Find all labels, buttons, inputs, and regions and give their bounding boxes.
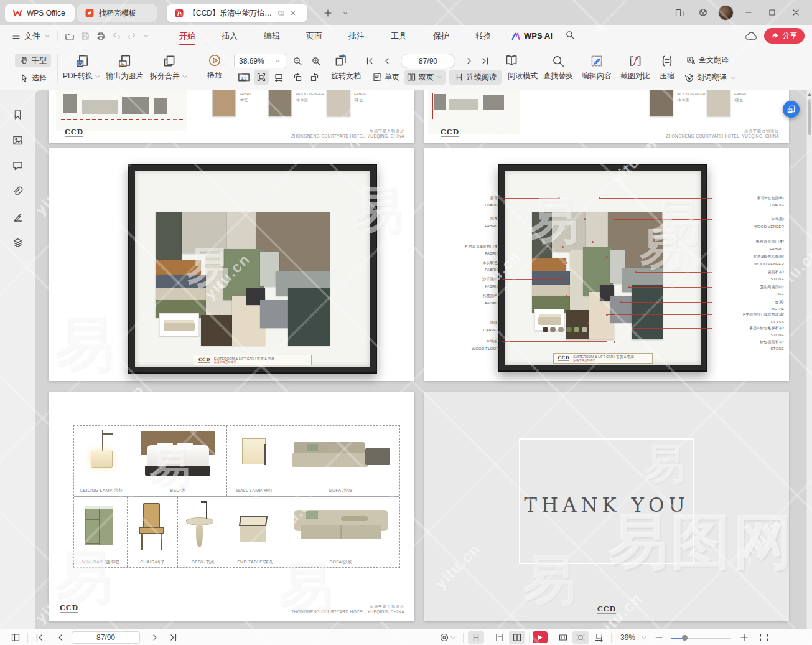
single-page-button[interactable]: 单页 bbox=[368, 70, 403, 85]
menu-item-8[interactable]: 转换 bbox=[462, 25, 505, 47]
find-replace-button[interactable]: 查找替换 bbox=[539, 54, 577, 82]
sb-prev-page-button[interactable] bbox=[52, 629, 68, 645]
tab-preview-icon[interactable] bbox=[278, 9, 285, 17]
zoom-slider-knob[interactable] bbox=[682, 635, 688, 641]
page-indicator-input[interactable]: 87/90 bbox=[401, 54, 455, 68]
first-page-button[interactable] bbox=[362, 54, 377, 68]
menu-item-7[interactable]: 保护 bbox=[420, 25, 462, 47]
wps-ai-button[interactable]: WPS AI bbox=[505, 31, 559, 41]
read-mode-button[interactable]: 阅读模式 bbox=[504, 71, 541, 82]
sb-rotate-button[interactable] bbox=[591, 629, 607, 645]
layers-panel-icon[interactable] bbox=[12, 237, 24, 248]
zoom-slider-track[interactable] bbox=[684, 638, 731, 639]
avatar[interactable] bbox=[718, 5, 734, 21]
comments-panel-icon[interactable] bbox=[12, 160, 24, 172]
share-button[interactable]: 分享 bbox=[764, 28, 805, 44]
file-menu[interactable]: 文件 bbox=[0, 25, 57, 47]
rotate-right-button[interactable] bbox=[307, 70, 322, 85]
sb-first-page-button[interactable] bbox=[31, 629, 47, 645]
pdf-convert-button[interactable]: PDF转换 bbox=[60, 54, 104, 82]
zoom-in-button[interactable] bbox=[309, 54, 324, 68]
zoom-value: 38.69% bbox=[239, 57, 264, 65]
play-button[interactable]: 播放 bbox=[202, 54, 228, 81]
sb-double-page-button[interactable] bbox=[509, 631, 525, 644]
rotate-left-button[interactable] bbox=[290, 70, 305, 85]
edit-content-button[interactable]: 编辑内容 bbox=[577, 54, 616, 82]
sb-next-page-button[interactable] bbox=[147, 629, 163, 645]
select-tool-button[interactable]: 选择 bbox=[15, 71, 51, 85]
compress-button[interactable]: 压缩 bbox=[653, 54, 681, 82]
sb-play-button[interactable] bbox=[533, 631, 548, 643]
chevron-down-icon bbox=[44, 32, 51, 40]
menu-item-6[interactable]: 工具 bbox=[378, 25, 420, 47]
undo-icon[interactable] bbox=[111, 31, 121, 41]
quick-convert-float-button[interactable] bbox=[783, 101, 800, 118]
sb-last-page-button[interactable] bbox=[166, 629, 182, 645]
rotate-pages-button[interactable] bbox=[334, 53, 348, 68]
menu-item-5[interactable]: 批注 bbox=[335, 25, 378, 47]
sb-zoom-chevron[interactable] bbox=[638, 629, 650, 645]
signature-panel-icon[interactable] bbox=[12, 211, 24, 223]
quickbar-more-icon[interactable] bbox=[142, 32, 150, 40]
full-translate-button[interactable]: 全文翻译 bbox=[682, 55, 733, 65]
sb-zoom-value[interactable]: 39% bbox=[616, 629, 640, 645]
page-panel-toggle[interactable] bbox=[7, 629, 24, 645]
sb-single-page-button[interactable] bbox=[492, 629, 508, 645]
scroll-up-arrow[interactable] bbox=[808, 93, 811, 96]
tab-docer-templates[interactable]: 找稻壳模板 bbox=[77, 4, 157, 22]
search-button[interactable] bbox=[559, 30, 581, 42]
maximize-button[interactable] bbox=[763, 4, 781, 21]
menu-item-4[interactable]: 页面 bbox=[293, 25, 335, 47]
furniture-cell: MINI BAR /迷你吧 bbox=[74, 497, 128, 568]
redo-icon[interactable] bbox=[127, 31, 137, 41]
tab-close-icon[interactable] bbox=[289, 9, 297, 17]
rotate-doc-label[interactable]: 旋转文档 bbox=[326, 71, 366, 82]
close-button[interactable] bbox=[787, 4, 805, 21]
continuous-read-button[interactable]: 连续阅读 bbox=[449, 70, 502, 85]
new-tab-button[interactable] bbox=[321, 6, 335, 20]
scrollbar-thumb[interactable] bbox=[808, 99, 811, 135]
cloud-sync-icon[interactable] bbox=[744, 30, 757, 42]
thumbnails-panel-icon[interactable] bbox=[12, 134, 24, 146]
attachments-panel-icon[interactable] bbox=[12, 186, 24, 197]
hand-tool-button[interactable]: 手型 bbox=[15, 54, 51, 67]
screenshot-compare-button[interactable]: 截图对比 bbox=[616, 54, 655, 82]
next-page-button[interactable] bbox=[462, 54, 477, 68]
zoom-combo[interactable]: 38.69% bbox=[234, 54, 286, 68]
export-image-button[interactable]: 输出为图片 bbox=[101, 54, 147, 82]
sb-actual-size-button[interactable] bbox=[555, 629, 571, 645]
word-translate-button[interactable]: 划词翻译 bbox=[682, 72, 739, 83]
workspace-cube-button[interactable] bbox=[694, 4, 712, 21]
sb-fit-page-button[interactable] bbox=[572, 631, 589, 644]
zoom-out-button[interactable] bbox=[290, 54, 305, 68]
double-page-button[interactable]: 双页 bbox=[404, 70, 446, 85]
tab-list-button[interactable] bbox=[338, 6, 352, 20]
tab-document-label: 【CCD】乐清中能万怡酒店方... bbox=[189, 8, 273, 19]
read-mode-icon-button[interactable] bbox=[504, 53, 519, 68]
prev-page-button[interactable] bbox=[380, 54, 394, 68]
sb-zoom-in-button[interactable] bbox=[737, 629, 751, 645]
menu-item-1[interactable]: 开始 bbox=[166, 25, 208, 47]
tab-document[interactable]: P 【CCD】乐清中能万怡酒店方... bbox=[167, 4, 307, 22]
save-icon[interactable] bbox=[80, 31, 90, 41]
menu-item-2[interactable]: 插入 bbox=[208, 25, 251, 47]
fit-page-button[interactable] bbox=[254, 70, 269, 85]
view-options-button[interactable] bbox=[437, 629, 459, 645]
sb-page-indicator[interactable]: 87/90 bbox=[72, 631, 140, 644]
split-screen-button[interactable] bbox=[671, 4, 688, 21]
palette-dot bbox=[566, 327, 572, 332]
menu-item-3[interactable]: 编辑 bbox=[251, 25, 293, 47]
vertical-scrollbar[interactable] bbox=[806, 90, 812, 629]
split-merge-button[interactable]: 拆分合并 bbox=[147, 54, 191, 82]
actual-size-button[interactable]: 1:1 bbox=[236, 70, 251, 85]
bookmarks-panel-icon[interactable] bbox=[12, 109, 24, 121]
minimize-button[interactable] bbox=[740, 4, 757, 21]
sb-fullscreen-button[interactable] bbox=[756, 629, 772, 645]
fit-width-button[interactable] bbox=[271, 70, 286, 85]
sb-continuous-button[interactable] bbox=[468, 631, 484, 644]
sb-zoom-out-button[interactable] bbox=[652, 629, 666, 645]
open-file-icon[interactable] bbox=[65, 31, 75, 41]
last-page-button[interactable] bbox=[478, 54, 493, 68]
print-icon[interactable] bbox=[96, 31, 106, 41]
tab-wps-office[interactable]: WPS Office bbox=[5, 4, 75, 22]
